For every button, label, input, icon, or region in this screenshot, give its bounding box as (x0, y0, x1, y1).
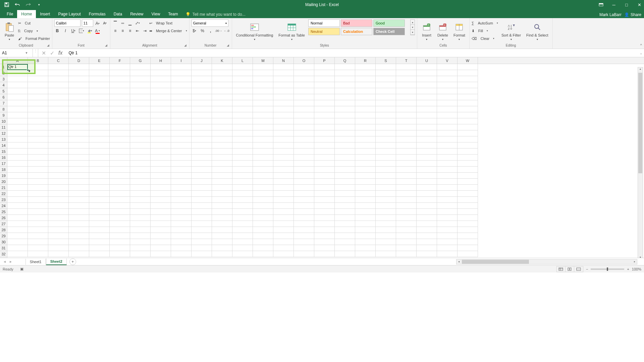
cell-Q8[interactable] (335, 106, 355, 112)
tab-file[interactable]: File (3, 10, 17, 18)
cell-S20[interactable] (376, 179, 396, 185)
cell-M8[interactable] (253, 106, 273, 112)
cell-W17[interactable] (458, 161, 478, 167)
cell-M27[interactable] (253, 221, 273, 227)
cell-D17[interactable] (69, 161, 89, 167)
paste-button[interactable]: Paste ▾ (2, 19, 17, 43)
cell-P21[interactable] (314, 185, 335, 191)
cell-Q6[interactable] (335, 94, 355, 100)
column-header-Q[interactable]: Q (335, 57, 355, 64)
cell-D8[interactable] (69, 106, 89, 112)
cell-Q20[interactable] (335, 179, 355, 185)
cell-I10[interactable] (171, 118, 192, 124)
cell-C21[interactable] (48, 185, 69, 191)
enter-formula-icon[interactable]: ✓ (50, 50, 54, 56)
cell-V12[interactable] (437, 130, 458, 136)
cell-V21[interactable] (437, 185, 458, 191)
cell-W2[interactable] (458, 70, 478, 76)
cell-L2[interactable] (232, 70, 253, 76)
cell-L18[interactable] (232, 167, 253, 173)
cell-C13[interactable] (48, 136, 69, 142)
cell-K3[interactable] (212, 76, 232, 82)
name-box-input[interactable] (0, 51, 24, 55)
cell-C9[interactable] (48, 112, 69, 118)
cell-O10[interactable] (294, 118, 314, 124)
cell-O32[interactable] (294, 251, 314, 257)
cell-H26[interactable] (151, 215, 171, 221)
cell-H32[interactable] (151, 251, 171, 257)
cell-N11[interactable] (273, 124, 294, 130)
cell-G5[interactable] (130, 88, 151, 94)
cell-V20[interactable] (437, 179, 458, 185)
cell-N5[interactable] (273, 88, 294, 94)
cell-A8[interactable] (7, 106, 28, 112)
decrease-indent-icon[interactable]: ⇤ (135, 28, 141, 34)
row-header-5[interactable]: 5 (0, 88, 7, 94)
cell-P6[interactable] (314, 94, 335, 100)
cell-D22[interactable] (69, 191, 89, 197)
cell-L10[interactable] (232, 118, 253, 124)
cell-E13[interactable] (89, 136, 110, 142)
cell-V18[interactable] (437, 167, 458, 173)
cell-R8[interactable] (355, 106, 376, 112)
cell-B17[interactable] (28, 161, 48, 167)
cell-T1[interactable] (396, 64, 417, 70)
cell-A19[interactable] (7, 173, 28, 179)
cell-C25[interactable] (48, 209, 69, 215)
cell-B21[interactable] (28, 185, 48, 191)
sheet-tab-sheet2[interactable]: Sheet2 (46, 258, 67, 265)
cell-S16[interactable] (376, 155, 396, 161)
cell-H2[interactable] (151, 70, 171, 76)
cell-E8[interactable] (89, 106, 110, 112)
cell-J3[interactable] (192, 76, 212, 82)
cell-I5[interactable] (171, 88, 192, 94)
cell-D32[interactable] (69, 251, 89, 257)
cell-M26[interactable] (253, 215, 273, 221)
cell-R31[interactable] (355, 245, 376, 251)
cell-D29[interactable] (69, 233, 89, 239)
cell-U32[interactable] (417, 251, 437, 257)
cell-O3[interactable] (294, 76, 314, 82)
cell-E14[interactable] (89, 142, 110, 148)
cell-P31[interactable] (314, 245, 335, 251)
cell-G12[interactable] (130, 130, 151, 136)
cell-H17[interactable] (151, 161, 171, 167)
cell-I8[interactable] (171, 106, 192, 112)
cell-A14[interactable] (7, 142, 28, 148)
cell-A24[interactable] (7, 203, 28, 209)
cell-L11[interactable] (232, 124, 253, 130)
cell-N30[interactable] (273, 239, 294, 245)
cell-K5[interactable] (212, 88, 232, 94)
cell-S15[interactable] (376, 148, 396, 155)
increase-decimal-icon[interactable]: .00→ (216, 28, 222, 34)
cell-S31[interactable] (376, 245, 396, 251)
cell-T31[interactable] (396, 245, 417, 251)
cell-F31[interactable] (110, 245, 130, 251)
cell-B9[interactable] (28, 112, 48, 118)
cell-H11[interactable] (151, 124, 171, 130)
cell-V15[interactable] (437, 148, 458, 155)
cell-O2[interactable] (294, 70, 314, 76)
align-top-icon[interactable]: ▔ (112, 20, 118, 26)
cell-U30[interactable] (417, 239, 437, 245)
cell-N22[interactable] (273, 191, 294, 197)
cell-G20[interactable] (130, 179, 151, 185)
cell-J27[interactable] (192, 221, 212, 227)
cell-H21[interactable] (151, 185, 171, 191)
cell-V1[interactable] (437, 64, 458, 70)
cell-B16[interactable] (28, 155, 48, 161)
cell-L32[interactable] (232, 251, 253, 257)
cell-J7[interactable] (192, 100, 212, 106)
cell-Q17[interactable] (335, 161, 355, 167)
cell-P19[interactable] (314, 173, 335, 179)
cell-B12[interactable] (28, 130, 48, 136)
cell-W14[interactable] (458, 142, 478, 148)
scroll-up-icon[interactable]: ▴ (638, 67, 643, 72)
cell-N19[interactable] (273, 173, 294, 179)
redo-icon[interactable] (25, 1, 32, 8)
cell-Q5[interactable] (335, 88, 355, 94)
cell-J4[interactable] (192, 82, 212, 88)
cell-M30[interactable] (253, 239, 273, 245)
cell-V8[interactable] (437, 106, 458, 112)
cell-R25[interactable] (355, 209, 376, 215)
